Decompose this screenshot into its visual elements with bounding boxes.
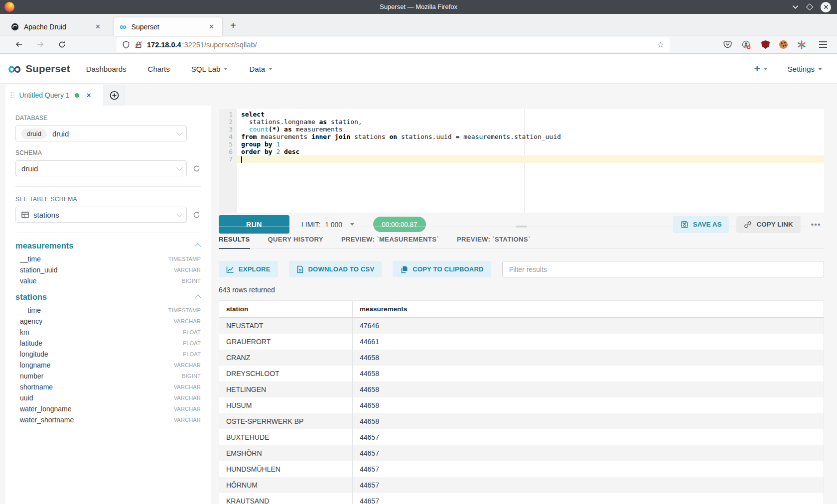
query-tab-untitled[interactable]: Untitled Query 1 ✕ [5, 85, 103, 106]
back-icon[interactable] [15, 40, 23, 48]
table-row: GRAUERORT44661 [219, 334, 824, 350]
schema-column-row: shortnameVARCHAR [15, 381, 201, 392]
chevron-up-icon[interactable] [195, 244, 201, 250]
cookie-icon[interactable] [779, 40, 788, 49]
cell-measurements: 44658 [353, 350, 824, 366]
query-tab-close-icon[interactable]: ✕ [86, 92, 92, 99]
schema-table-header[interactable]: stations [15, 292, 201, 302]
schema-select[interactable]: druid [15, 160, 187, 176]
chevron-up-icon[interactable] [195, 295, 201, 301]
forward-icon[interactable] [36, 40, 44, 48]
cell-measurements: 44657 [353, 445, 824, 461]
cell-station: HÖRNUM [219, 477, 353, 493]
editor-gutter: 1234567 [219, 109, 237, 213]
nav-dashboards[interactable]: Dashboards [86, 65, 127, 73]
ublock-shield-icon[interactable] [761, 40, 770, 49]
cell-station: EMSHÖRN [219, 445, 353, 461]
code-line[interactable]: order by 2 desc [237, 148, 824, 155]
nav-sql-lab[interactable]: SQL Lab [191, 65, 228, 73]
filter-results-input[interactable] [502, 261, 824, 277]
code-line[interactable] [237, 155, 824, 163]
cell-station: KRAUTSAND [219, 493, 353, 504]
new-tab-button[interactable]: + [230, 20, 236, 31]
column-name: longname [20, 361, 51, 369]
reload-icon[interactable] [58, 40, 66, 49]
new-item-button[interactable]: + [754, 63, 768, 75]
rows-returned-text: 643 rows returned [219, 286, 824, 294]
druid-favicon [11, 23, 19, 31]
chevron-down-icon [176, 164, 183, 171]
superset-logo[interactable]: ∞ Superset [8, 61, 70, 76]
account-icon[interactable] [742, 40, 751, 49]
cell-measurements: 44657 [353, 429, 824, 445]
chevron-down-icon [176, 129, 183, 136]
add-query-tab-button[interactable] [103, 85, 125, 106]
window-maximize-icon[interactable] [806, 3, 813, 10]
close-icon [824, 4, 829, 9]
schema-table: stations__timeTIMESTAMPagencyVARCHARkmFL… [15, 292, 201, 425]
column-name: km [20, 328, 29, 336]
explore-button[interactable]: EXPLORE [219, 261, 278, 277]
nav-charts[interactable]: Charts [148, 65, 170, 73]
shield-permissions-icon[interactable] [122, 41, 130, 49]
column-name: __time [20, 255, 41, 263]
header-station[interactable]: station [219, 301, 353, 317]
column-name: __time [20, 306, 41, 314]
settings-menu[interactable]: Settings [788, 65, 822, 73]
chevron-down-icon [350, 223, 354, 226]
schema-column-row: longitudeFLOAT [15, 349, 201, 360]
browser-tab-superset[interactable]: ∞ Superset ✕ [114, 17, 222, 36]
download-csv-button[interactable]: DOWNLOAD TO CSV [289, 261, 382, 277]
extension-asterisk-icon[interactable] [797, 40, 806, 49]
query-tab-label: Untitled Query 1 [19, 91, 70, 99]
superset-favicon: ∞ [120, 23, 127, 31]
nav-data[interactable]: Data [249, 65, 273, 73]
table-row: HUSUM44658 [219, 397, 824, 413]
insecure-lock-icon[interactable] [135, 41, 142, 49]
pocket-icon[interactable] [723, 40, 732, 49]
code-line[interactable]: stations.longname as station, [237, 118, 824, 126]
code-line[interactable]: select [237, 111, 824, 118]
pane-resize-handle[interactable] [516, 225, 527, 229]
results-pane: RESULTS QUERY HISTORY PREVIEW: `MEASUREM… [219, 227, 824, 504]
tab-preview-measurements[interactable]: PREVIEW: `MEASUREMENTS` [341, 236, 439, 249]
url-bar[interactable]: 172.18.0.4 :32251/superset/sqllab/ ☆ [117, 37, 670, 52]
schema-table-name: measurements [15, 241, 73, 251]
window-close-button[interactable] [821, 2, 831, 12]
editor-code[interactable]: select stations.longname as station, cou… [237, 109, 824, 213]
copy-clipboard-button[interactable]: COPY TO CLIPBOARD [393, 261, 491, 277]
code-line[interactable]: group by 1 [237, 140, 824, 148]
cell-station: HUNDSMÜHLEN [219, 461, 353, 477]
refresh-icon[interactable] [192, 211, 201, 219]
refresh-icon[interactable] [192, 164, 201, 173]
header-measurements[interactable]: measurements [353, 301, 824, 317]
database-select[interactable]: druid druid [15, 126, 187, 141]
tab-preview-stations[interactable]: PREVIEW: `STATIONS` [457, 236, 531, 249]
tab-close-icon[interactable]: ✕ [207, 23, 216, 30]
cell-measurements: 44657 [353, 493, 824, 504]
tab-results[interactable]: RESULTS [219, 236, 250, 249]
drag-handle-icon[interactable] [10, 92, 15, 99]
line-number: 5 [219, 140, 237, 148]
table-value: stations [33, 211, 59, 219]
browser-tab-apache-druid[interactable]: Apache Druid ✕ [5, 17, 109, 36]
cell-station: DREYSCHLOOT [219, 366, 353, 381]
schema-table-header[interactable]: measurements [15, 241, 201, 251]
tab-query-history[interactable]: QUERY HISTORY [268, 236, 323, 249]
bookmark-star-icon[interactable]: ☆ [657, 40, 664, 49]
window-shade-icon[interactable] [792, 5, 799, 9]
window-titlebar: Superset — Mozilla Firefox [0, 0, 837, 14]
table-row: HUNDSMÜHLEN44657 [219, 461, 824, 477]
cell-station: CRANZ [219, 350, 353, 366]
code-line[interactable]: count(*) as measurements [237, 126, 824, 133]
table-select[interactable]: stations [15, 207, 187, 223]
column-type: BIGINT [182, 278, 201, 284]
tab-close-icon[interactable]: ✕ [93, 23, 103, 30]
sql-editor[interactable]: 1234567 select stations.longname as stat… [219, 109, 824, 213]
table-row: HÖRNUM44657 [219, 477, 824, 493]
column-name: shortname [20, 383, 53, 391]
code-line[interactable]: from measurements inner join stations on… [237, 133, 824, 140]
column-type: VARCHAR [174, 267, 201, 273]
menu-hamburger-icon[interactable] [819, 41, 827, 48]
column-name: longitude [20, 350, 48, 358]
